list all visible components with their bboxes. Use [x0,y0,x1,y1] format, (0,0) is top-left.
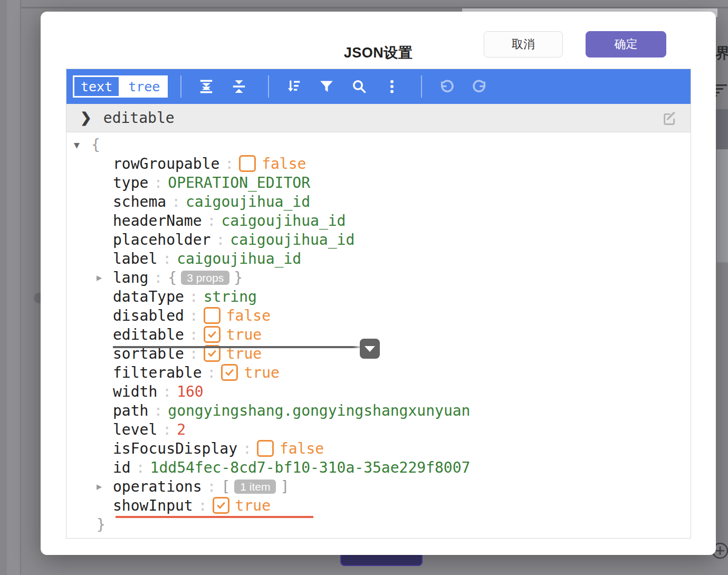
checkbox-icon[interactable] [257,440,274,457]
caret-down-icon [365,346,375,352]
open-bracket: { [168,269,177,286]
tree-row: filterable:true [66,363,691,382]
json-key[interactable]: placeholder [113,231,210,248]
json-value-boolean[interactable]: true [235,497,271,514]
checkbox-icon[interactable] [239,155,256,172]
tree-row: path:gongyingshang.gongyingshangxunyuan [66,401,691,420]
mode-tree-button[interactable]: tree [120,75,168,98]
colon: : [207,478,216,495]
collapse-icon[interactable]: ▼ [74,139,80,150]
json-value-string[interactable]: caigoujihua_id [230,231,355,248]
colon: : [154,402,162,419]
json-key[interactable]: disabled [113,307,184,324]
json-key[interactable]: path [113,402,148,419]
json-key[interactable]: width [113,383,157,400]
expand-icon[interactable]: ▶ [97,481,102,492]
json-key[interactable]: type [113,174,148,191]
chevron-right-icon[interactable]: ❯ [80,110,92,126]
undo-icon[interactable] [438,78,455,95]
filter-icon[interactable] [318,78,335,95]
colon: : [243,440,252,457]
tree-row: disabled:false [66,306,691,325]
tree-row: ▶operations:[1 item] [66,477,691,496]
background-panel [716,149,728,263]
json-key[interactable]: showInput [113,497,193,514]
open-brace: { [91,136,100,154]
json-key[interactable]: operations [113,478,202,495]
json-key[interactable]: id [113,459,131,476]
colon: : [207,364,216,381]
json-value-boolean[interactable]: false [280,440,324,457]
toolbar-separator [268,75,269,98]
checkbox-icon[interactable] [213,497,229,514]
json-value-number[interactable]: 2 [177,421,186,438]
more-options-icon[interactable] [384,78,400,95]
json-key[interactable]: headerName [113,212,202,229]
json-key[interactable]: isFocusDisplay [113,440,237,457]
expand-all-icon[interactable] [198,78,215,95]
json-value-boolean[interactable]: true [244,364,279,381]
json-value-string[interactable]: caigoujihua_id [186,193,310,210]
background-selected-panel [716,109,728,149]
checkbox-icon[interactable] [204,326,221,343]
checkbox-icon[interactable] [221,364,238,381]
json-value-string[interactable]: OPERATION_EDITOR [168,174,310,191]
json-key[interactable]: editable [113,326,184,343]
redo-icon[interactable] [471,78,488,95]
colon: : [225,155,234,172]
search-icon[interactable] [351,78,368,95]
json-value-string[interactable]: string [204,288,257,305]
colon: : [154,174,162,191]
json-value-string[interactable]: 1dd54fec-8cd7-bf10-310a-35ae229f8007 [150,459,471,476]
json-key[interactable]: schema [113,193,166,210]
mode-switch: text tree [73,75,168,98]
colon: : [189,307,198,324]
tree-row: label:caigoujihua_id [66,249,691,268]
colon: : [216,231,225,248]
edit-icon[interactable] [661,110,678,129]
open-bracket: [ [221,478,230,495]
json-key[interactable]: lang [113,269,148,286]
close-bracket: } [234,269,243,286]
checkbox-icon[interactable] [204,307,221,324]
mode-text-button[interactable]: text [73,75,120,98]
json-value-boolean[interactable]: false [262,155,306,172]
json-value-number[interactable]: 160 [177,383,204,400]
background-sidebar [0,0,7,575]
tree-row: schema:caigoujihua_id [66,192,691,211]
json-key[interactable]: filterable [113,364,202,381]
json-value-string[interactable]: caigoujihua_id [221,212,346,229]
json-value-boolean[interactable]: false [226,307,271,324]
colon: : [198,497,207,514]
json-value-boolean[interactable]: true [226,326,262,343]
props-count-badge: 3 props [181,271,229,285]
sort-icon[interactable] [285,78,302,95]
tree-row: placeholder:caigoujihua_id [66,230,691,249]
cancel-button[interactable]: 取消 [484,31,563,57]
json-value-string[interactable]: caigoujihua_id [177,250,301,267]
json-key[interactable]: label [113,250,157,267]
confirm-button[interactable]: 确定 [586,31,666,57]
tree-row: headerName:caigoujihua_id [66,211,691,230]
field-header-row[interactable]: ❯ editable [66,104,691,132]
highlight-underline [116,516,313,518]
colon: : [136,459,145,476]
props-count-badge: 1 item [234,480,276,494]
colon: : [162,250,171,267]
close-bracket: ] [280,478,289,495]
json-key[interactable]: dataType [113,288,184,305]
json-value-string[interactable]: gongyingshang.gongyingshangxunyuan [168,402,470,419]
background-sidebar-border [20,0,21,575]
json-editor: text tree [66,69,691,539]
collapse-all-icon[interactable] [231,78,247,95]
background-sidebar-inner [7,0,20,575]
tree-row: showInput:true [66,496,691,515]
json-key[interactable]: level [113,421,157,438]
tree-row: width:160 [66,382,691,401]
drag-dropdown-button[interactable] [360,339,380,359]
colon: : [207,212,216,229]
json-key[interactable]: rowGroupable [113,155,219,172]
expand-icon[interactable]: ▶ [97,272,102,283]
background-text: 界 [715,43,728,63]
toolbar-separator [421,75,422,98]
